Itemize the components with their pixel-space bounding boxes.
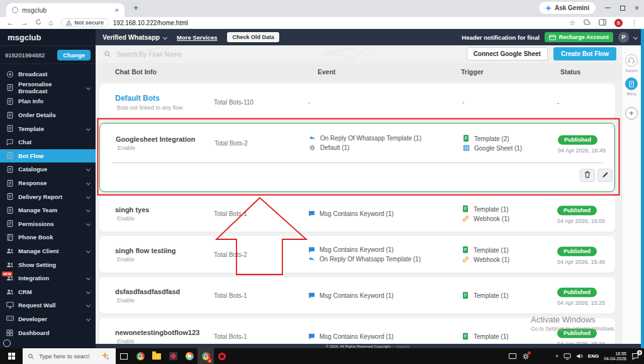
bot-flow-row-default-bots[interactable]: Default BotsBots not linked to any flowT… <box>99 84 615 120</box>
sidebar-item-developer[interactable]: Developer <box>0 312 96 326</box>
sidebar-item-bot-flow[interactable]: Bot Flow <box>0 149 96 163</box>
bot-flow-row-singh-flow-testiing[interactable]: singh flow testiingEnableTotal Bots-2Msg… <box>99 236 615 273</box>
event-cell: On Reply Of Whatsapp Template (1)Default… <box>309 135 421 151</box>
taskbar-clock[interactable]: 16:55 04-04-2026 <box>604 351 626 361</box>
sidebar-item-delivery-report[interactable]: Delivery Report <box>0 190 96 203</box>
add-button[interactable]: + <box>625 107 638 120</box>
sidebar-item-request-wall[interactable]: Request Wall <box>0 299 96 312</box>
bot-name-link[interactable]: Default Bots <box>115 93 183 102</box>
sidebar-item-personalise-broadcast[interactable]: Personalise Broadcast <box>0 81 96 95</box>
doc-icon <box>6 220 14 227</box>
taskbar-search-input[interactable] <box>38 352 91 360</box>
sidebar-item-show-setting[interactable]: Show Setting <box>0 258 96 271</box>
restore-button[interactable] <box>620 6 625 11</box>
taskbar-search[interactable] <box>23 348 116 364</box>
verified-whatsapp-dropdown[interactable]: Verified Whatsapp <box>103 33 167 41</box>
user-avatar[interactable]: P <box>618 32 629 43</box>
search-input[interactable] <box>115 50 253 59</box>
tab-close-icon[interactable]: × <box>115 6 119 14</box>
clock-icon <box>3 339 11 347</box>
extensions-icon[interactable] <box>584 19 591 27</box>
sidebar-item-dashboard[interactable]: Dashboard <box>0 326 96 339</box>
sidebar-item-response[interactable]: Response <box>0 176 96 190</box>
sidebar-item-template[interactable]: Template <box>0 122 96 135</box>
detail-line: Template (1) <box>462 246 509 254</box>
sidebar-item-manage-team[interactable]: Manage Team <box>0 203 96 217</box>
system-tray: ^ ENG 16:55 04-04-2026 9 <box>556 348 644 364</box>
taskbar-opera[interactable] <box>214 348 230 364</box>
sidebar-item-label: CRM <box>18 288 32 295</box>
taskbar-chrome-active[interactable]: s <box>197 348 214 364</box>
change-number-button[interactable]: Change <box>57 50 91 60</box>
taskbar-chrome[interactable] <box>132 348 148 364</box>
profile-chevron-icon[interactable] <box>633 35 638 39</box>
edit-button[interactable] <box>597 169 613 182</box>
page-scrollbar[interactable] <box>641 29 644 348</box>
ask-gemini-button[interactable]: Ask Gemini <box>539 2 596 14</box>
taskbar-paint[interactable] <box>181 348 197 364</box>
browser-profile-avatar[interactable]: S <box>614 19 623 27</box>
not-secure-badge[interactable]: Not secure <box>61 18 109 27</box>
home-icon[interactable]: ⌂ <box>48 19 53 26</box>
new-tab-button[interactable]: + <box>133 3 138 13</box>
bot-flow-row-googlesheet-integration[interactable]: Googlesheet IntegrationEnableTotal Bots-… <box>99 123 615 192</box>
main-content: Connect Google Sheet Create Bot Flow Cha… <box>96 45 621 344</box>
sidebar-item-phone-book[interactable]: Phone Book <box>0 230 96 244</box>
minimize-button[interactable] <box>605 8 611 8</box>
detail-line: Msg Contains Keyword (1) <box>308 210 394 217</box>
tray-folder-icon[interactable] <box>509 353 516 359</box>
sidebar-item-label: Personalise Broadcast <box>18 81 82 94</box>
billing-button[interactable] <box>625 77 638 90</box>
sidebar: msgclub 919201994682 Change BroadcastPer… <box>0 29 96 348</box>
volume-icon[interactable] <box>576 353 583 360</box>
screen: msgclub × + Ask Gemini × ← → ⌂ Not secur… <box>0 0 644 364</box>
sidebar-item-crm[interactable]: CRM <box>0 285 96 299</box>
bot-flow-row-singh-tyes[interactable]: singh tyesEnableTotal Bots-1Msg Contains… <box>99 195 615 232</box>
tray-expand-icon[interactable]: ^ <box>556 354 558 360</box>
sidebar-item-plan-info[interactable]: Plan Info <box>0 94 96 108</box>
browser-menu-icon[interactable]: ⋮ <box>631 19 638 27</box>
reload-icon[interactable] <box>35 19 42 26</box>
side-panel-icon[interactable] <box>599 19 606 27</box>
sidebar-item-chat[interactable]: Chat <box>0 135 96 149</box>
action-center-button[interactable]: 9 <box>631 353 639 360</box>
sidebar-item-catalogue[interactable]: Catalogue <box>0 162 96 176</box>
close-button[interactable]: × <box>635 4 639 12</box>
sidebar-item-order-details[interactable]: Order Details <box>0 108 96 122</box>
footer-brand-link[interactable]: msgclub. <box>396 344 411 348</box>
language-indicator[interactable]: ENG <box>588 353 599 359</box>
start-button[interactable] <box>0 348 23 364</box>
row-actions <box>100 163 614 190</box>
back-icon[interactable]: ← <box>6 19 14 26</box>
sidebar-item-label: Manage Team <box>18 207 57 213</box>
row-main: singh tyesEnableTotal Bots-1Msg Contains… <box>99 195 615 232</box>
placeholder-dash: - <box>462 98 464 105</box>
bookmark-star-icon[interactable]: ☆ <box>569 19 575 27</box>
address-bar[interactable]: Not secure 192.168.10.222/home.html <box>61 18 188 27</box>
forward-icon[interactable]: → <box>21 19 28 26</box>
url-text[interactable]: 192.168.10.222/home.html <box>113 20 188 26</box>
people-icon <box>6 261 14 268</box>
sidebar-item-permissions[interactable]: Permissions <box>0 217 96 231</box>
sidebar-item-broadcast[interactable]: Broadcast <box>0 67 96 81</box>
network-icon[interactable] <box>564 353 571 360</box>
activate-windows-watermark: Activate Windows Go to Settings to activ… <box>531 315 615 332</box>
detail-line: Template (1) <box>462 292 509 299</box>
tray-settings-icon[interactable] <box>522 353 530 360</box>
taskbar-file-explorer[interactable] <box>148 348 165 364</box>
sidebar-item-manage-client[interactable]: Manage Client <box>0 244 96 258</box>
browser-tab[interactable]: msgclub × <box>6 3 125 17</box>
taskbar-app-red[interactable] <box>165 348 181 364</box>
support-button[interactable] <box>625 54 638 67</box>
bot-flow-row-dsfasdfasdfasdfasd[interactable]: dsfasdfasdfasdfasdEnableTotal Bots-1Msg … <box>99 277 615 314</box>
delete-button[interactable] <box>580 169 595 182</box>
more-services-link[interactable]: More Services <box>177 34 217 41</box>
connect-google-sheet-button[interactable]: Connect Google Sheet <box>467 47 548 60</box>
search-icon <box>104 50 111 57</box>
sidebar-item-integration[interactable]: NEWIntegration <box>0 271 96 285</box>
recharge-account-button[interactable]: Recharge Account <box>545 32 613 42</box>
template-icon <box>462 333 470 340</box>
task-view-button[interactable] <box>116 348 132 364</box>
create-bot-flow-button[interactable]: Create Bot Flow <box>553 47 616 60</box>
check-old-data-button[interactable]: Check Old Data <box>227 32 279 42</box>
